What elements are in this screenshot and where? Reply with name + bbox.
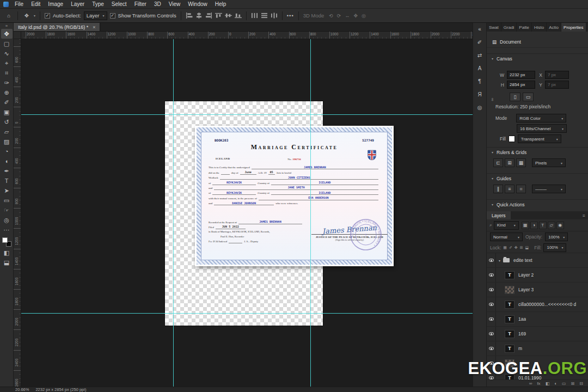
menu-item[interactable]: Image <box>44 0 67 8</box>
zoom-level[interactable]: 20.66% <box>15 387 29 392</box>
layer-thumbnail[interactable]: T <box>505 345 514 353</box>
document-tab[interactable]: Italy id.psd @ 20.7% (RGB/16) * × <box>14 23 100 31</box>
opacity-dropdown[interactable]: 100%▾ <box>545 232 568 241</box>
eraser-tool[interactable]: ▱ <box>1 127 13 137</box>
move-tool-icon[interactable]: ✥ <box>22 11 31 21</box>
filter-shape-layers-icon[interactable]: ▱ <box>548 222 555 229</box>
eyedropper-tool[interactable]: ✑ <box>1 78 13 88</box>
vertical-guide[interactable] <box>173 39 174 387</box>
layer-row[interactable]: ▾ Layer 3 <box>487 283 588 297</box>
type-tool[interactable]: T <box>1 176 13 186</box>
layer-row[interactable]: ▾ T cilla0000000...<<<<<<<<0 d <box>487 297 588 312</box>
show-transform-checkbox[interactable]: ✓ <box>110 13 115 19</box>
more-tools[interactable]: ⋯ <box>1 225 13 235</box>
lock-all-icon[interactable]: ⬓ <box>525 246 529 250</box>
menu-item[interactable]: Filter <box>131 0 150 8</box>
left-ruler[interactable]: 6004002000200400600800100012001400160018… <box>14 39 21 387</box>
horizontal-guide-icon[interactable]: ≡ <box>505 185 514 193</box>
guides-section-header[interactable]: ▾ Guides <box>487 173 588 183</box>
layer-effects-icon[interactable]: fx <box>537 381 540 386</box>
clone-source-icon[interactable]: ⇄ <box>475 51 485 59</box>
portrait-orientation-button[interactable]: ▯ <box>510 93 520 101</box>
3d-slide-icon[interactable]: ✥ <box>353 13 358 19</box>
panel-menu-icon[interactable]: ≡ <box>580 211 588 219</box>
top-ruler[interactable]: 2000180016001400120010008006004002000200… <box>21 32 473 39</box>
eye-icon[interactable] <box>489 317 494 321</box>
link-layers-icon[interactable]: ∞ <box>529 381 532 386</box>
new-layer-icon[interactable]: ⊞ <box>571 381 575 386</box>
width-field[interactable]: 2232 px <box>507 71 535 79</box>
menu-item[interactable]: File <box>11 0 27 8</box>
brush-settings-icon[interactable]: ✐ <box>475 38 485 46</box>
fill-swatch[interactable] <box>509 136 515 142</box>
height-field[interactable]: 2854 px <box>507 81 535 89</box>
layer-row[interactable]: ▾ T Layer 2 <box>487 268 588 283</box>
guide-style-dropdown[interactable]: ———▾ <box>532 185 566 193</box>
layer-thumbnail[interactable]: T <box>505 301 514 309</box>
shape-tool[interactable]: ▭ <box>1 195 13 205</box>
move-tool[interactable]: ✥ <box>1 29 13 39</box>
history-brush-tool[interactable]: ↺ <box>1 117 13 127</box>
align-top-edges-icon[interactable] <box>215 13 222 19</box>
hand-tool[interactable]: ☞ <box>1 205 13 215</box>
menu-item[interactable]: Layer <box>67 0 88 8</box>
menu-item[interactable]: 3D <box>150 0 165 8</box>
panel-tab[interactable]: Patte <box>517 23 532 32</box>
clone-stamp-tool[interactable]: ▣ <box>1 107 13 117</box>
distribute-center-icon[interactable] <box>261 13 268 19</box>
gradient-tool[interactable]: ▨ <box>1 137 13 146</box>
path-selection-tool[interactable]: ➤ <box>1 186 13 195</box>
x-field[interactable]: 7 px <box>545 71 569 79</box>
blend-mode-dropdown[interactable]: Normal▾ <box>490 232 523 241</box>
eye-icon[interactable] <box>489 288 494 291</box>
new-group-icon[interactable]: ▭ <box>562 381 566 386</box>
fill-dropdown[interactable]: Transparent▾ <box>518 134 561 143</box>
screen-mode-icon[interactable]: ⬓ <box>1 258 13 267</box>
layer-thumbnail[interactable]: T <box>505 315 514 323</box>
color-swatches[interactable] <box>2 237 11 247</box>
layer-row[interactable]: ▾ T 169 <box>487 327 588 341</box>
foreground-color-swatch[interactable] <box>2 237 8 243</box>
panel-tab[interactable]: Swat <box>487 23 501 32</box>
visibility-cell[interactable] <box>487 312 496 326</box>
horizontal-guide[interactable] <box>21 313 473 314</box>
panel-tab[interactable]: Gradi <box>501 23 517 32</box>
fill-dropdown[interactable]: 100%▾ <box>543 243 566 252</box>
panel-tab[interactable]: Properties <box>561 23 586 32</box>
group-chevron-icon[interactable]: ▾ <box>499 259 500 262</box>
filter-smart-objects-icon[interactable]: ◉ <box>556 222 564 229</box>
blur-tool[interactable]: ◔ <box>1 146 13 156</box>
landscape-orientation-button[interactable]: ▭ <box>523 93 534 101</box>
lock-pixels-icon[interactable]: ✐ <box>509 246 512 250</box>
lock-artboard-icon[interactable]: ⊞ <box>520 246 523 250</box>
menu-item[interactable]: View <box>165 0 185 8</box>
rulers-grids-section-header[interactable]: ▾ Rulers & Grids <box>487 147 588 157</box>
visibility-cell[interactable] <box>487 341 496 356</box>
visibility-cell[interactable] <box>487 297 496 311</box>
eye-icon[interactable] <box>489 332 494 335</box>
horizontal-guide[interactable] <box>21 114 473 115</box>
layer-row[interactable]: ▾ edite text <box>487 253 588 268</box>
delete-layer-icon[interactable]: ⊟ <box>579 381 583 386</box>
ruler-units-dropdown[interactable]: Pixels▾ <box>532 158 566 167</box>
align-vertical-centers-icon[interactable] <box>225 13 232 19</box>
lock-position-icon[interactable]: ✥ <box>514 246 518 250</box>
lasso-tool[interactable]: ∿ <box>1 48 13 58</box>
panel-tab[interactable]: Histo <box>532 23 547 32</box>
app-icon[interactable] <box>3 2 9 7</box>
clear-guides-icon[interactable]: ⌗ <box>516 185 526 193</box>
auto-select-dropdown[interactable]: Layer▾ <box>84 11 107 20</box>
paragraph-panel-icon[interactable]: ¶ <box>475 77 485 85</box>
layer-name[interactable]: cilla0000000...<<<<<<<<0 d <box>518 302 576 307</box>
layer-thumbnail[interactable] <box>505 286 514 294</box>
zoom-tool[interactable]: ◎ <box>1 215 13 225</box>
layer-mask-icon[interactable]: ◧ <box>546 381 550 386</box>
layer-row[interactable]: ▾ T 1aa <box>487 312 588 327</box>
glyphs-panel-icon[interactable]: Я <box>475 90 485 99</box>
menu-item[interactable]: Type <box>88 0 108 8</box>
marquee-tool[interactable]: ▢ <box>1 39 13 48</box>
eye-icon[interactable] <box>489 273 494 277</box>
filter-adjustment-layers-icon[interactable]: ◑ <box>530 222 538 229</box>
brush-tool[interactable]: ✐ <box>1 97 13 107</box>
more-options-icon[interactable]: ••• <box>287 13 294 19</box>
